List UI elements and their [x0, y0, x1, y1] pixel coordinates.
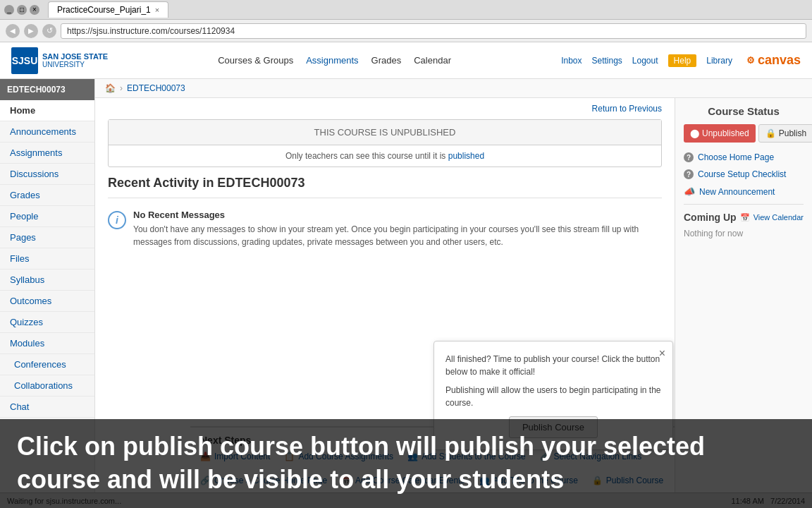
question-icon-2: ?: [684, 169, 694, 179]
new-announcement-link[interactable]: 📣 New Announcement: [684, 186, 804, 197]
panel-divider: [684, 204, 804, 205]
course-setup-link[interactable]: ? Course Setup Checklist: [684, 169, 804, 179]
popup-text2: Publishing will allow the users to begin…: [445, 384, 661, 409]
library-link[interactable]: Library: [706, 56, 732, 66]
inbox-link[interactable]: Inbox: [561, 56, 582, 66]
choose-home-page-link[interactable]: ? Choose Home Page: [684, 152, 804, 162]
coming-up-header: Coming Up 📅 View Calendar: [684, 212, 804, 223]
panel-title: Course Status: [684, 105, 804, 117]
unpublished-button[interactable]: ⬤ Unpublished: [684, 124, 756, 143]
forward-btn[interactable]: ▶: [24, 24, 38, 38]
nav-grades[interactable]: Grades: [371, 55, 402, 66]
popup-close-btn[interactable]: ×: [659, 347, 665, 360]
sidebar-item-chat[interactable]: Chat: [0, 397, 94, 418]
sidebar-item-quizzes[interactable]: Quizzes: [0, 312, 94, 333]
top-right-nav: Inbox Settings Logout Help Library: [561, 54, 732, 67]
sidebar-item-collaborations[interactable]: Collaborations: [0, 375, 94, 397]
activity-desc: You don't have any messages to show in y…: [133, 223, 662, 248]
sidebar-item-modules[interactable]: Modules: [0, 333, 94, 354]
sidebar-item-files[interactable]: Files: [0, 248, 94, 270]
sidebar-item-home[interactable]: Home: [0, 100, 94, 121]
info-icon: i: [108, 211, 126, 229]
breadcrumb: 🏠 › EDTECH00073: [95, 79, 812, 98]
content-inner: Return to Previous THIS COURSE IS UNPUBL…: [95, 98, 675, 265]
recent-activity-title: Recent Activity in EDTECH00073: [108, 176, 662, 190]
tab-title: PracticeCourse_Pujari_1: [57, 5, 151, 15]
publish-button[interactable]: 🔒 Publish: [758, 124, 812, 143]
sidebar-item-grades[interactable]: Grades: [0, 185, 94, 206]
calendar-icon-small: 📅: [740, 213, 750, 222]
unpublished-banner: THIS COURSE IS UNPUBLISHED Only teachers…: [108, 119, 662, 167]
overlay-text: Click on publish course button will publ…: [0, 419, 812, 508]
activity-item: i No Recent Messages You don't have any …: [108, 205, 662, 253]
popup-text1: All finished? Time to publish your cours…: [445, 353, 661, 378]
breadcrumb-home[interactable]: 🏠: [105, 83, 116, 93]
coming-up-title: Coming Up: [684, 212, 737, 223]
canvas-logo: ⚙ canvas: [746, 53, 801, 68]
minimize-btn[interactable]: _: [4, 5, 14, 15]
activity-header: No Recent Messages: [133, 210, 662, 220]
sidebar-item-assignments[interactable]: Assignments: [0, 143, 94, 164]
megaphone-icon: 📣: [684, 186, 695, 197]
nav-calendar[interactable]: Calendar: [414, 55, 451, 66]
unpublished-body: Only teachers can see this course until …: [109, 145, 661, 167]
browser-tab[interactable]: PracticeCourse_Pujari_1 ×: [48, 1, 168, 18]
settings-link[interactable]: Settings: [591, 56, 622, 66]
maximize-btn[interactable]: □: [17, 5, 27, 15]
view-calendar-link[interactable]: View Calendar: [753, 213, 804, 222]
url-bar[interactable]: https://sjsu.instructure.com/courses/112…: [61, 23, 806, 39]
sidebar-item-pages[interactable]: Pages: [0, 227, 94, 248]
red-circle-icon: ⬤: [690, 128, 699, 138]
sidebar-item-syllabus[interactable]: Syllabus: [0, 270, 94, 291]
nothing-for-now-text: Nothing for now: [684, 229, 804, 238]
back-btn[interactable]: ◀: [6, 24, 20, 38]
browser-bar: _ □ × PracticeCourse_Pujari_1 ×: [0, 0, 812, 20]
sidebar-item-announcements[interactable]: Announcements: [0, 121, 94, 143]
nav-assignments[interactable]: Assignments: [306, 55, 358, 66]
reload-btn[interactable]: ↺: [42, 24, 56, 38]
close-btn[interactable]: ×: [30, 5, 39, 15]
sidebar-item-people[interactable]: People: [0, 206, 94, 227]
published-link[interactable]: published: [448, 151, 484, 161]
sjsu-text: SAN JOSE STATE UNIVERSITY: [42, 52, 108, 68]
question-icon-1: ?: [684, 152, 694, 162]
window-controls[interactable]: _ □ ×: [4, 5, 39, 15]
sidebar-item-outcomes[interactable]: Outcomes: [0, 291, 94, 312]
help-link[interactable]: Help: [668, 54, 697, 67]
main-nav-links: Courses & Groups Assignments Grades Cale…: [218, 55, 451, 66]
sidebar-course-title: EDTECH00073: [0, 79, 94, 100]
sjsu-logo: SJSU SAN JOSE STATE UNIVERSITY: [11, 47, 108, 74]
sidebar-item-conferences[interactable]: Conferences: [0, 354, 94, 375]
publish-btn-icon: 🔒: [765, 128, 776, 138]
nav-courses[interactable]: Courses & Groups: [218, 55, 293, 66]
unpublished-header: THIS COURSE IS UNPUBLISHED: [109, 120, 661, 145]
sidebar-item-discussions[interactable]: Discussions: [0, 164, 94, 185]
breadcrumb-course[interactable]: EDTECH00073: [127, 83, 185, 93]
top-navigation: SJSU SAN JOSE STATE UNIVERSITY Courses &…: [0, 42, 812, 79]
status-buttons: ⬤ Unpublished 🔒 Publish: [684, 124, 804, 143]
sjsu-logo-icon: SJSU: [11, 47, 38, 74]
activity-area: i No Recent Messages You don't have any …: [108, 198, 662, 260]
activity-text: No Recent Messages You don't have any me…: [133, 210, 662, 248]
logout-link[interactable]: Logout: [632, 56, 658, 66]
tab-close[interactable]: ×: [155, 6, 159, 14]
return-link[interactable]: Return to Previous: [108, 104, 662, 114]
address-bar-row: ◀ ▶ ↺ https://sjsu.instructure.com/cours…: [0, 20, 812, 42]
